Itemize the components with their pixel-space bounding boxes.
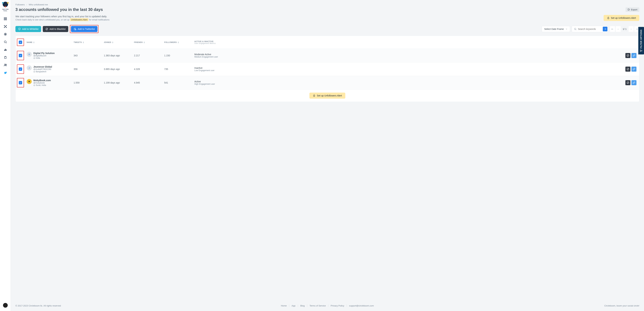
breadcrumb-current: Who unfollowed me [29,3,48,6]
row-checkbox[interactable] [19,81,22,84]
svg-line-36 [576,30,576,30]
tweets-cell: 343 [74,54,104,57]
sort-icon[interactable]: ▴▾ [178,41,179,43]
user-handle: @digitalflysoln [33,54,55,57]
svg-line-9 [4,26,5,26]
nav-users[interactable] [2,61,9,69]
link-button[interactable] [632,53,636,58]
user-location: ◎ Surat, India [33,84,51,86]
svg-line-39 [627,55,628,56]
sort-icon[interactable]: ▴▾ [112,41,113,43]
pager: ⇤ ‹ 1/ 1 › ⇥ [610,26,639,32]
svg-point-24 [6,64,6,65]
add-whitelist-button[interactable]: Add to Whitelist [16,26,41,32]
svg-rect-2 [4,19,5,20]
footer: © 2017-2023 Circleboom llc. All rights r… [16,301,639,311]
row-checkbox[interactable] [19,54,22,57]
svg-rect-0 [4,18,5,18]
setup-alert-button-bottom[interactable]: Set up Unfollowers Alert [310,92,345,99]
user-handle: @mobybook [33,82,51,84]
search-icon [574,28,576,30]
joined-cell: 3.865 days ago [104,68,134,70]
sort-icon[interactable]: ▴▾ [83,41,84,43]
nav-trash[interactable] [2,54,9,61]
unfollowers-alert-chip[interactable]: Unfollowers Alert [70,18,88,21]
user-location: ◎ Bangladesh [33,70,52,73]
svg-point-7 [4,27,4,28]
nav-search[interactable] [2,38,9,46]
svg-line-28 [46,28,48,30]
add-twitterlist-button[interactable]: Add to Twitterlist [71,26,98,32]
intro-subtext: Check back daily to see who's unfollowed… [16,18,110,21]
footer-link[interactable]: support@circleboom.com [347,304,376,307]
status-sub: Medium Engagement user [194,56,616,58]
add-blacklist-button[interactable]: Add to Blacklist [43,26,68,32]
svg-point-5 [4,25,4,26]
nav-analytics[interactable] [2,46,9,54]
export-button[interactable]: Export [626,8,639,12]
footer-link[interactable]: Privacy Policy [328,304,347,307]
user-name[interactable]: MobyBook.com [33,79,51,82]
svg-point-15 [4,41,6,43]
tweets-cell: 1.559 [74,81,104,84]
nav-twitter[interactable] [2,69,9,77]
footer-link[interactable]: Blog [298,304,307,307]
nav-target[interactable] [2,30,9,38]
table-row: J Jeunesse Global @ArafatR70632290 ◎ Ban… [16,62,639,76]
footer-link[interactable]: Terms of Service [307,304,328,307]
svg-line-16 [6,42,6,43]
sidebar: TWITTER TOOL [0,0,11,311]
unfollowers-table: NAME▴▾ TWEETS▴▾ JOINED▴▾ FRIENDS▴▾ FOLLO… [16,36,639,90]
link-button[interactable] [632,66,636,72]
link-button[interactable] [632,80,636,85]
search-submit[interactable] [603,27,608,31]
svg-rect-3 [6,19,6,20]
avatar: D [27,52,32,57]
pager-prev[interactable]: ‹ [616,26,621,32]
main-content: Followers › Who unfollowed me 3 accounts… [11,0,644,311]
nav-dashboard[interactable] [2,15,9,23]
pager-first[interactable]: ⇤ [610,26,615,32]
sort-icon[interactable]: ▴▾ [33,41,34,43]
logo: TWITTER TOOL [1,2,10,12]
table-row: D Digital Fly Solution @digitalflysoln ◎… [16,49,639,62]
friends-cell: 2.217 [134,54,164,57]
select-all-checkbox[interactable] [19,40,22,44]
svg-point-8 [6,27,6,28]
svg-rect-25 [628,9,629,10]
user-location: ◎ India [33,57,55,59]
intro-text: We start tracking your followers when yo… [16,15,110,18]
user-name[interactable]: Digital Fly Solution [33,52,55,54]
user-handle: @ArafatR70632290 [33,68,52,70]
table-row: M MobyBook.com @mobybook ◎ Surat, India … [16,76,639,90]
setup-alert-button-top[interactable]: Set up Unfollowers Alert [604,15,639,21]
block-button[interactable] [626,80,630,85]
joined-cell: 1.199 days ago [104,81,134,84]
pager-next[interactable]: › [628,26,634,32]
search-input[interactable] [578,28,602,30]
status-title: Moderate Active [194,53,616,56]
svg-line-41 [627,68,628,70]
avatar: J [27,66,32,70]
row-checkbox[interactable] [19,68,22,71]
svg-point-14 [5,34,6,35]
footer-link[interactable]: Home [278,304,289,307]
user-avatar[interactable] [3,303,8,308]
block-button[interactable] [626,66,630,72]
user-name[interactable]: Jeunesse Global [33,66,52,68]
svg-line-11 [4,27,5,27]
date-frame-select[interactable]: Select Date Frame [542,26,570,32]
nav-network[interactable] [2,23,9,30]
breadcrumb-parent[interactable]: Followers [16,3,25,6]
table-header: NAME▴▾ TWEETS▴▾ JOINED▴▾ FRIENDS▴▾ FOLLO… [16,36,639,49]
twitterlist-highlight: Add to Twitterlist [70,25,98,33]
svg-line-10 [6,26,6,26]
svg-rect-18 [5,49,6,51]
filter-options-tab[interactable]: FILTER OPTIONS [638,27,644,54]
status-title: Active [194,80,616,83]
block-button[interactable] [626,53,630,58]
footer-link[interactable]: App [289,304,298,307]
bottom-alert-bar: Set up Unfollowers Alert [16,90,639,102]
sort-icon[interactable]: ▴▾ [144,41,145,43]
followers-cell: 541 [164,81,194,84]
